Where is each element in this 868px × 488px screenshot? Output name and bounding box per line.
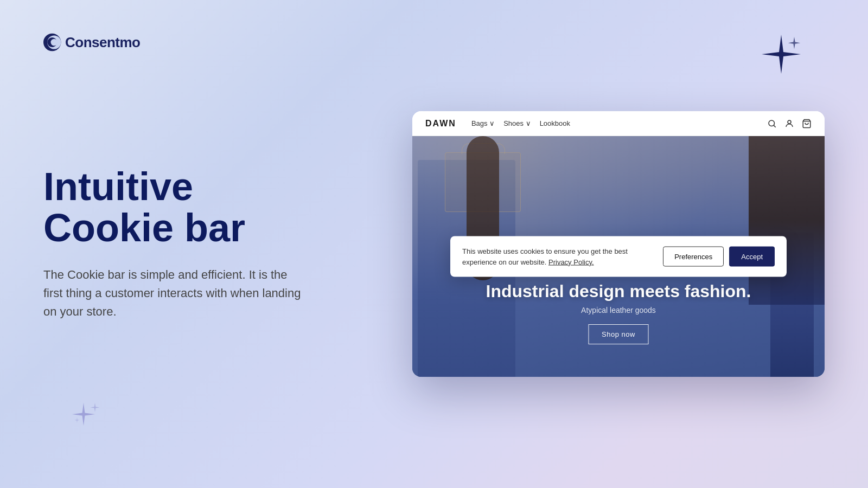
shop-now-button[interactable]: Shop now bbox=[588, 324, 649, 344]
nav-link-lookbook[interactable]: Lookbook bbox=[540, 119, 570, 127]
browser-nav: DAWN Bags ∨ Shoes ∨ Lookbook bbox=[412, 111, 825, 136]
hero-text: Industrial design meets fashion. Atypica… bbox=[486, 281, 751, 344]
nav-link-shoes[interactable]: Shoes ∨ bbox=[503, 119, 531, 127]
svg-point-6 bbox=[788, 120, 791, 124]
logo-icon bbox=[43, 33, 63, 52]
sparkle-bottom-left-icon bbox=[71, 401, 103, 434]
logo: Consentmo bbox=[43, 33, 141, 52]
cart-icon[interactable] bbox=[802, 119, 812, 129]
nav-brand: DAWN bbox=[425, 119, 456, 129]
hero-headline: Industrial design meets fashion. bbox=[486, 281, 751, 301]
sparkle-top-right-icon bbox=[760, 33, 803, 76]
account-icon[interactable] bbox=[784, 119, 794, 129]
hero-subtext: Atypical leather goods bbox=[486, 306, 751, 314]
headline-line2: Cookie bar bbox=[43, 206, 245, 249]
logo-text: Consentmo bbox=[65, 34, 141, 51]
preferences-button[interactable]: Preferences bbox=[663, 247, 724, 267]
svg-point-3 bbox=[51, 39, 58, 46]
description: The Cookie bar is simple and efficient. … bbox=[43, 266, 309, 321]
search-icon[interactable] bbox=[767, 119, 777, 129]
cookie-message: This website uses cookies to ensure you … bbox=[462, 246, 652, 267]
left-panel: Intuitive Cookie bar The Cookie bar is s… bbox=[43, 166, 326, 321]
svg-point-4 bbox=[769, 120, 775, 126]
logo-prefix: C bbox=[65, 34, 75, 50]
nav-icons bbox=[767, 119, 812, 129]
accept-button[interactable]: Accept bbox=[729, 247, 775, 267]
headline: Intuitive Cookie bar bbox=[43, 166, 326, 248]
hero-area: Industrial design meets fashion. Atypica… bbox=[412, 136, 825, 377]
cookie-bar: This website uses cookies to ensure you … bbox=[450, 236, 787, 277]
browser-mockup: DAWN Bags ∨ Shoes ∨ Lookbook bbox=[412, 111, 825, 377]
nav-link-bags[interactable]: Bags ∨ bbox=[471, 119, 495, 127]
nav-links: Bags ∨ Shoes ∨ Lookbook bbox=[471, 119, 756, 127]
privacy-policy-link-label[interactable]: Privacy Policy. bbox=[548, 258, 594, 266]
headline-line1: Intuitive bbox=[43, 165, 193, 208]
cookie-buttons: Preferences Accept bbox=[663, 247, 775, 267]
svg-line-5 bbox=[774, 125, 775, 127]
